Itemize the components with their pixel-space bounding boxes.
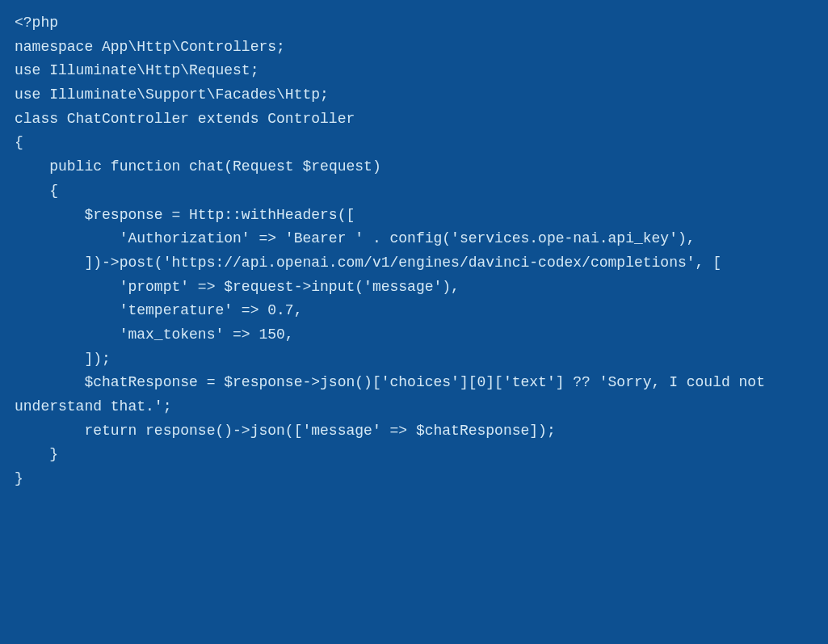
code-line: public function chat(Request $request) bbox=[15, 155, 813, 179]
code-line: class ChatController extends Controller bbox=[15, 107, 813, 132]
code-line: ])->post('https://api.openai.com/v1/engi… bbox=[15, 251, 813, 276]
code-line: $response = Http::withHeaders([ bbox=[15, 204, 813, 228]
code-line: 'temperature' => 0.7, bbox=[15, 299, 813, 323]
code-line: $chatResponse = $response->json()['choic… bbox=[15, 371, 813, 419]
code-line: use Illuminate\Http\Request; bbox=[15, 59, 813, 83]
code-line: <?php bbox=[15, 11, 813, 36]
code-line: { bbox=[15, 179, 813, 204]
code-block: <?phpnamespace App\Http\Controllers;use … bbox=[15, 11, 813, 491]
code-line: } bbox=[15, 443, 813, 467]
code-line: 'max_tokens' => 150, bbox=[15, 323, 813, 347]
code-line: return response()->json(['message' => $c… bbox=[15, 419, 813, 444]
code-line: 'prompt' => $request->input('message'), bbox=[15, 276, 813, 300]
code-line: ]); bbox=[15, 347, 813, 372]
code-line: { bbox=[15, 131, 813, 155]
code-line: 'Authorization' => 'Bearer ' . config('s… bbox=[15, 227, 813, 251]
code-line: use Illuminate\Support\Facades\Http; bbox=[15, 83, 813, 107]
code-line: namespace App\Http\Controllers; bbox=[15, 36, 813, 60]
code-line: } bbox=[15, 467, 813, 491]
